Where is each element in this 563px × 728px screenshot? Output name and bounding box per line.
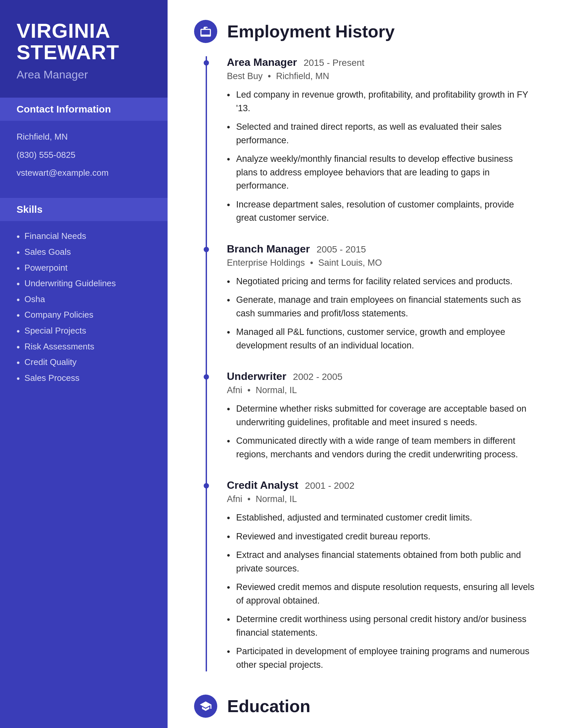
job-title: Area Manager — [227, 56, 297, 68]
sidebar-header: VIRGINIA STEWART Area Manager — [0, 0, 167, 98]
skill-item: Credit Quality — [17, 357, 151, 368]
job-bullets: Led company in revenue growth, profitabi… — [227, 88, 537, 225]
job-dates: 2005 - 2015 — [317, 244, 366, 255]
job-dates: 2015 - Present — [304, 58, 365, 68]
skill-item: Powerpoint — [17, 263, 151, 274]
candidate-title: Area Manager — [17, 68, 151, 81]
graduation-icon — [194, 695, 217, 718]
skill-item: Sales Goals — [17, 247, 151, 258]
candidate-name: VIRGINIA STEWART — [17, 20, 151, 63]
sidebar: VIRGINIA STEWART Area Manager Contact In… — [0, 0, 167, 728]
education-header: Education — [194, 695, 537, 718]
job-bullet: Negotiated pricing and terms for facilit… — [227, 275, 537, 288]
job-title: Underwriter — [227, 370, 287, 383]
job-title: Branch Manager — [227, 243, 310, 255]
job-bullets: Established, adjusted and terminated cus… — [227, 511, 537, 671]
skills-section: Skills Financial NeedsSales GoalsPowerpo… — [0, 198, 167, 402]
job-bullet: Reviewed credit memos and dispute resolu… — [227, 580, 537, 607]
job-bullet: Determine credit worthiness using person… — [227, 613, 537, 639]
main-content: Employment History Area Manager2015 - Pr… — [167, 0, 563, 728]
job-bullet: Established, adjusted and terminated cus… — [227, 511, 537, 524]
skill-item: Osha — [17, 294, 151, 305]
employment-section: Employment History Area Manager2015 - Pr… — [194, 20, 537, 671]
skill-item: Company Policies — [17, 310, 151, 321]
job-bullet: Reviewed and investigated credit bureau … — [227, 530, 537, 543]
skills-heading: Skills — [0, 198, 167, 221]
job-company: Best Buy • Richfield, MN — [227, 71, 537, 81]
job-bullet: Selected and trained direct reports, as … — [227, 120, 537, 147]
contact-heading: Contact Information — [0, 98, 167, 121]
job-bullet: Generate, manage and train employees on … — [227, 293, 537, 320]
employment-header: Employment History — [194, 20, 537, 43]
skill-item: Financial Needs — [17, 231, 151, 242]
skill-item: Underwriting Guidelines — [17, 278, 151, 290]
job-entry: Branch Manager2005 - 2015Enterprise Hold… — [227, 243, 537, 352]
education-section: Education Bachelor's Degree Sociology 19… — [194, 695, 537, 728]
job-company: Enterprise Holdings • Saint Louis, MO — [227, 258, 537, 268]
job-bullet: Communicated directly with a wide range … — [227, 434, 537, 461]
contact-section: Contact Information Richfield, MN (830) … — [0, 98, 167, 198]
employment-timeline: Area Manager2015 - PresentBest Buy • Ric… — [206, 56, 537, 671]
job-bullet: Participated in development of employee … — [227, 645, 537, 671]
contact-email: vstewart@example.com — [17, 167, 151, 179]
job-company: Afni • Normal, IL — [227, 385, 537, 395]
contact-phone: (830) 555-0825 — [17, 149, 151, 161]
job-bullet: Led company in revenue growth, profitabi… — [227, 88, 537, 115]
job-company: Afni • Normal, IL — [227, 494, 537, 504]
job-bullet: Analyze weekly/monthly financial results… — [227, 152, 537, 193]
job-dates: 2001 - 2002 — [305, 480, 354, 491]
briefcase-icon — [194, 20, 217, 43]
skill-item: Sales Process — [17, 373, 151, 384]
skills-list: Financial NeedsSales GoalsPowerpointUnde… — [17, 231, 151, 384]
contact-city: Richfield, MN — [17, 131, 151, 143]
education-title: Education — [227, 696, 310, 716]
job-bullets: Negotiated pricing and terms for facilit… — [227, 275, 537, 352]
job-bullet: Determine whether risks submitted for co… — [227, 402, 537, 429]
job-entry: Underwriter2002 - 2005Afni • Normal, ILD… — [227, 370, 537, 461]
job-dates: 2002 - 2005 — [293, 372, 343, 382]
employment-title: Employment History — [227, 22, 395, 41]
skill-item: Special Projects — [17, 326, 151, 337]
job-bullets: Determine whether risks submitted for co… — [227, 402, 537, 461]
skill-item: Risk Assessments — [17, 341, 151, 353]
job-entry: Area Manager2015 - PresentBest Buy • Ric… — [227, 56, 537, 225]
job-title: Credit Analyst — [227, 479, 299, 491]
job-bullet: Managed all P&L functions, customer serv… — [227, 325, 537, 352]
job-bullet: Increase department sales, resolution of… — [227, 198, 537, 225]
job-entry: Credit Analyst2001 - 2002Afni • Normal, … — [227, 479, 537, 671]
job-bullet: Extract and analyses financial statement… — [227, 548, 537, 575]
